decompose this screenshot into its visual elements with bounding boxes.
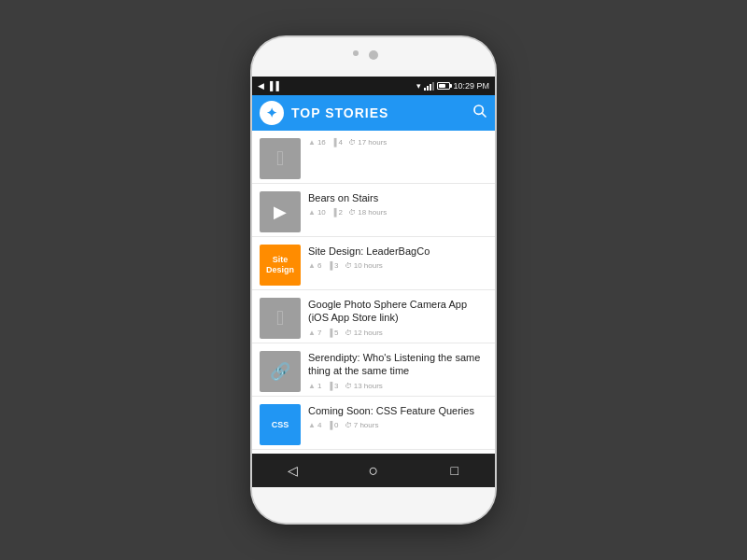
recent-icon: □ [450,463,458,478]
time-posted: ⏱ 12 hours [345,329,383,337]
comments-count: ▐ 4 [331,138,343,147]
battery-icon [437,82,450,90]
feed-meta: ▲ 6 ▐ 3 ⏱ 10 hours [308,261,487,270]
comments-count: ▐ 2 [331,208,343,217]
link-icon: 🔗 [270,361,290,382]
likes-count: ▲ 7 [308,329,321,337]
feed-meta: ▲ 4 ▐ 0 ⏱ 7 hours [308,421,487,429]
feed-item[interactable]: 🔗 Serendipty: Who's Listening the same t… [252,343,495,397]
phone-device: ◀ ▐▐ ▾ 10:29 PM ✦ TOP STORIES [252,37,495,523]
phone-screen: ◀ ▐▐ ▾ 10:29 PM ✦ TOP STORIES [252,77,495,487]
feed-item[interactable]: ▶ Bears on Stairs ▲ 10 ▐ 2 ⏱ 18 hours [252,184,495,237]
recent-apps-button[interactable]: □ [440,455,470,485]
feed-thumbnail: CSS [260,404,301,445]
feed-item-content: ▲ 16 ▐ 4 ⏱ 17 hours [308,138,487,147]
time-display: 10:29 PM [453,81,489,91]
likes-count: ▲ 1 [308,382,321,390]
comments-count: ▐ 0 [327,421,338,429]
feed-list[interactable]:  ▲ 16 ▐ 4 ⏱ 17 hours [252,131,495,454]
time-posted: ⏱ 13 hours [345,382,383,390]
speaker [353,50,359,56]
home-icon: ○ [369,461,379,481]
video-icon: ▶ [274,202,287,222]
status-right: ▾ 10:29 PM [416,81,489,91]
likes-count: ▲ 6 [308,261,321,270]
feed-item-content: Coming Soon: CSS Feature Queries ▲ 4 ▐ 0… [308,404,487,429]
feed-item-title: Site Design: LeaderBagCo [308,245,487,258]
feed-item-content: Serendipty: Who's Listening the same thi… [308,351,487,390]
status-bar: ◀ ▐▐ ▾ 10:29 PM [252,77,495,95]
app-toolbar: ✦ TOP STORIES [252,95,495,131]
comments-count: ▐ 3 [327,382,338,390]
bottom-navigation: ◁ ○ □ [252,454,495,487]
feed-item-title: Serendipty: Who's Listening the same thi… [308,351,487,378]
thumb-label: SiteDesign [266,255,294,275]
bottom-bezel [252,487,495,523]
likes-count: ▲ 16 [308,138,326,147]
feed-item-content: Site Design: LeaderBagCo ▲ 6 ▐ 3 ⏱ 10 ho… [308,245,487,270]
logo-icon: ✦ [266,105,277,120]
feed-thumbnail:  [260,298,301,339]
top-bezel [252,37,495,77]
feed-item-content: Bears on Stairs ▲ 10 ▐ 2 ⏱ 18 hours [308,191,487,217]
time-posted: ⏱ 18 hours [348,208,387,217]
feed-thumbnail: 🔗 [260,351,301,392]
apple-icon:  [276,147,284,171]
home-button[interactable]: ○ [359,455,388,485]
comments-count: ▐ 3 [327,261,338,270]
feed-meta: ▲ 7 ▐ 5 ⏱ 12 hours [308,329,487,337]
signal-bars [424,81,434,91]
toolbar-title: TOP STORIES [291,105,472,120]
back-icon: ◁ [288,463,298,478]
status-left: ◀ ▐▐ [258,81,279,91]
feed-item-title: Bears on Stairs [308,191,487,204]
camera [369,50,378,60]
sim-icon: ▐▐ [267,81,279,91]
likes-count: ▲ 4 [308,421,321,429]
time-posted: ⏱ 10 hours [345,261,383,270]
comments-count: ▐ 5 [327,329,338,337]
feed-meta: ▲ 10 ▐ 2 ⏱ 18 hours [308,208,487,217]
notification-icon: ◀ [258,81,264,91]
feed-thumbnail: ▶ [260,191,301,232]
apple-icon:  [276,306,284,330]
feed-meta: ▲ 1 ▐ 3 ⏱ 13 hours [308,382,487,390]
wifi-icon: ▾ [416,81,421,91]
search-button[interactable] [472,104,487,122]
likes-count: ▲ 10 [308,208,326,217]
feed-meta: ▲ 16 ▐ 4 ⏱ 17 hours [308,138,487,147]
app-logo: ✦ [260,101,284,125]
feed-thumbnail: SiteDesign [260,245,301,286]
feed-item[interactable]: SiteDesign Site Design: LeaderBagCo ▲ 6 … [252,237,495,290]
back-button[interactable]: ◁ [277,455,307,485]
thumb-label: CSS [272,420,289,430]
feed-thumbnail:  [260,138,301,179]
feed-item-title: Google Photo Sphere Camera App (iOS App … [308,298,487,325]
feed-item-title: Coming Soon: CSS Feature Queries [308,404,487,417]
feed-item-content: Google Photo Sphere Camera App (iOS App … [308,298,487,337]
feed-item[interactable]:  Google Photo Sphere Camera App (iOS Ap… [252,290,495,343]
feed-item[interactable]:  ▲ 16 ▐ 4 ⏱ 17 hours [252,131,495,184]
time-posted: ⏱ 17 hours [348,138,387,147]
feed-item[interactable]: CSS Coming Soon: CSS Feature Queries ▲ 4… [252,397,495,450]
time-posted: ⏱ 7 hours [345,421,379,429]
svg-line-1 [482,113,486,117]
